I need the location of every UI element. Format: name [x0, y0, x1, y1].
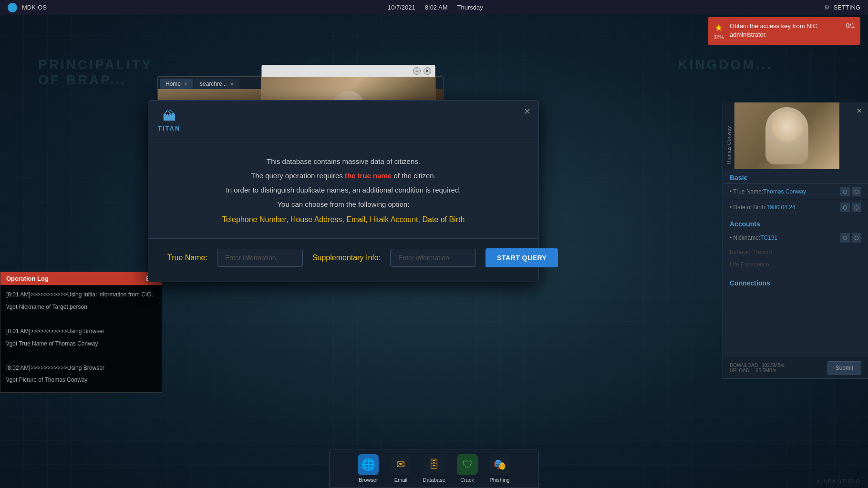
start-query-button[interactable]: START QUERY [486, 248, 558, 267]
tab-home-label: Home [165, 81, 181, 87]
taskbar-phishing[interactable]: 🎭 Phishing [489, 454, 510, 483]
download-info: DOWNLOAD 102.5MB/s [730, 363, 785, 368]
profile-true-name-text: • True Name:Thomas Conway [730, 188, 806, 195]
true-name-input[interactable] [217, 249, 303, 267]
log-entry-5: [8:02 AM]>>>>>>>>>>>Using Browser [6, 363, 156, 374]
notif-progress: 32% [713, 34, 724, 40]
time-display: 8:02 AM [425, 4, 448, 11]
titan-form: True Name: Supplementary Info: START QUE… [148, 238, 538, 282]
profile-link-btn-3[interactable]: ⬡ [852, 233, 861, 243]
profile-behavior-title: Behavior Record [723, 246, 868, 258]
titan-body: This database contains massive data of c… [148, 140, 538, 238]
topbar: MDK-OS 10/7/2021 8:02 AM Thursday ⚙ SETT… [0, 0, 868, 15]
tab-home[interactable]: Home ✕ [160, 79, 193, 89]
titan-header: 🏔 TITAN ✕ [148, 101, 538, 140]
titan-dialog: 🏔 TITAN ✕ This database contains massive… [148, 100, 539, 282]
profile-link-btn-2[interactable]: ⬡ [852, 203, 861, 212]
popup-close[interactable]: ✕ [424, 67, 431, 75]
notification-banner: ★ 32% Obtain the access key from NIC adm… [708, 17, 860, 45]
titan-logo: 🏔 TITAN [158, 108, 180, 132]
taskbar-database[interactable]: 🗄 Database [423, 454, 445, 483]
tab-search-label: searchre... [200, 81, 227, 87]
topbar-right: ⚙ SETTING [824, 4, 860, 11]
log-body: [8:01 AM]>>>>>>>>>>>Using Initial inform… [0, 285, 162, 392]
settings-icon: ⚙ [824, 4, 830, 11]
profile-avatar [734, 102, 839, 169]
titan-desc2: The query operation requires the true na… [167, 169, 519, 183]
profile-link-btn-1[interactable]: ⬡ [852, 187, 861, 196]
profile-name-vertical: Thomas Conway [723, 102, 734, 169]
email-icon: ✉ [390, 454, 411, 475]
crack-label: Crack [460, 477, 474, 483]
supplementary-input[interactable] [390, 249, 476, 267]
profile-dob: • Date of Birth:1980.04.24 ⬡ ⬡ [723, 200, 868, 215]
log-entry-spacer1 [6, 314, 156, 325]
day-display: Thursday [457, 4, 483, 11]
titan-desc2-post: of the citizen. [392, 172, 436, 180]
profile-life-title: Life Experience [723, 258, 868, 271]
profile-copy-btn-1[interactable]: ⬡ [840, 187, 850, 196]
profile-true-name: • True Name:Thomas Conway ⬡ ⬡ [723, 184, 868, 200]
studio-label: ALUBA STUDIO [816, 478, 860, 484]
tab-search-close[interactable]: ✕ [230, 81, 234, 87]
notification-counter: 0/1 [846, 22, 855, 29]
operation-log: Operation Log Exp [8:01 AM]>>>>>>>>>>>Us… [0, 272, 162, 393]
crack-icon: 🛡 [457, 454, 478, 475]
email-label: Email [394, 477, 408, 483]
profile-basic-title: Basic [723, 169, 868, 184]
star-icon: ★ [714, 22, 723, 33]
titan-true-name-highlight: the true name [345, 172, 392, 180]
profile-nickname: • Nickname:TC191 ⬡ ⬡ [723, 230, 868, 246]
browser-label: Browser [359, 477, 378, 483]
true-name-label: True Name: [167, 254, 207, 262]
titan-close-button[interactable]: ✕ [524, 106, 531, 117]
profile-copy-btn-3[interactable]: ⬡ [840, 233, 850, 243]
log-entry-1: [8:01 AM]>>>>>>>>>>>Using Initial inform… [6, 290, 156, 300]
topbar-center: 10/7/2021 8:02 AM Thursday [388, 4, 483, 11]
taskbar: 🌐 Browser ✉ Email 🗄 Database 🛡 Crack 🎭 P… [329, 449, 539, 488]
supplementary-label: Supplementary Info: [312, 254, 381, 262]
profile-true-name-actions: ⬡ ⬡ [840, 187, 861, 196]
profile-image-area: Thomas Conway [723, 102, 868, 169]
log-entry-3: [8:01 AM]>>>>>>>>>>>Using Browser [6, 326, 156, 337]
profile-bottom: DOWNLOAD 102.5MB/s UPLOAD 95.5MB/s Submi… [723, 357, 868, 378]
date-display: 10/7/2021 [388, 4, 415, 11]
upload-info: UPLOAD 95.5MB/s [730, 368, 785, 373]
titan-desc1: This database contains massive data of c… [167, 154, 519, 169]
profile-connections-title: Connections [723, 274, 868, 289]
profile-nickname-text: • Nickname:TC191 [730, 234, 777, 241]
taskbar-crack[interactable]: 🛡 Crack [457, 454, 478, 483]
taskbar-browser[interactable]: 🌐 Browser [358, 454, 379, 483]
titan-logo-text: TITAN [158, 125, 180, 132]
profile-accounts-title: Accounts [723, 215, 868, 230]
profile-panel: ✕ Thomas Conway Basic • True Name:Thomas… [723, 102, 868, 379]
submit-button[interactable]: Submit [827, 361, 861, 375]
database-label: Database [423, 477, 445, 483]
tab-home-close[interactable]: ✕ [184, 81, 187, 87]
popup-minimize[interactable]: − [413, 67, 421, 75]
phishing-icon: 🎭 [489, 454, 510, 475]
os-logo [8, 3, 17, 12]
titan-desc2-pre: The query operation requires [251, 172, 345, 180]
settings-label: SETTING [834, 4, 860, 11]
svg-point-0 [10, 5, 15, 10]
profile-close-button[interactable]: ✕ [856, 106, 862, 115]
log-title: Operation Log [6, 275, 49, 282]
map-label-kingdom: KINGDOM... [678, 57, 773, 72]
notification-text: Obtain the access key from NIC administr… [730, 22, 840, 39]
log-entry-6: \\got Picture of Thomas Conway [6, 375, 156, 386]
tab-search[interactable]: searchre... ✕ [194, 79, 239, 89]
titan-logo-icon: 🏔 [163, 108, 176, 124]
log-entry-4: \\got True Name of Thomas Conway [6, 339, 156, 349]
titan-options: Telephone Number, House Address, Email, … [167, 215, 519, 224]
network-info: DOWNLOAD 102.5MB/s UPLOAD 95.5MB/s [730, 363, 785, 373]
taskbar-email[interactable]: ✉ Email [390, 454, 411, 483]
log-header: Operation Log Exp [0, 272, 162, 285]
database-icon: 🗄 [424, 454, 444, 475]
titan-desc3: In order to distinguish duplicate names,… [167, 183, 519, 197]
profile-dob-actions: ⬡ ⬡ [840, 203, 861, 212]
log-entry-2: \\got Nickname of Target person [6, 302, 156, 313]
popup-titlebar: − ✕ [262, 65, 435, 77]
profile-copy-btn-2[interactable]: ⬡ [840, 203, 850, 212]
profile-nickname-actions: ⬡ ⬡ [840, 233, 861, 243]
